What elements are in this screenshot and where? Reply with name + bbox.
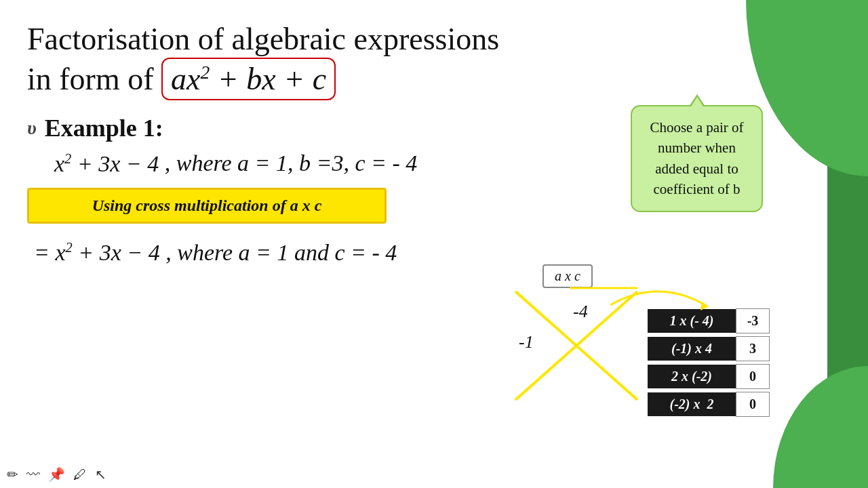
pairs-value-3: 0 <box>736 364 770 389</box>
eraser-icon[interactable]: 🖊 <box>73 467 87 483</box>
wave-icon[interactable]: 〰 <box>26 467 40 483</box>
title-line2-prefix: in form of <box>27 62 161 96</box>
banner-text: Using cross multiplication of a x c <box>92 197 322 214</box>
pairs-label-2: (-1) x 4 <box>648 337 736 361</box>
pin-icon[interactable]: 📌 <box>48 466 65 483</box>
equation-line2: = x2 + 3x − 4 , where a = 1 and c = - 4 <box>27 240 651 266</box>
page-title: Factorisation of algebraic expressions i… <box>27 20 651 100</box>
pairs-row-2: (-1) x 4 3 <box>648 336 770 361</box>
example-label: υ Example 1: <box>27 114 651 142</box>
cross-val-top: -4 <box>573 302 588 322</box>
pairs-value-2: 3 <box>736 336 770 361</box>
title-formula: ax2 + bx + c <box>161 58 336 100</box>
example-heading: Example 1: <box>45 114 163 142</box>
cursor-icon[interactable]: ↖ <box>95 466 106 483</box>
cross-val-left: -1 <box>519 332 534 352</box>
pencil-icon[interactable]: ✏ <box>7 466 18 483</box>
main-content: Factorisation of algebraic expressions i… <box>0 0 678 293</box>
pairs-label-3: 2 x (-2) <box>648 365 736 388</box>
pairs-value-1: -3 <box>736 308 770 333</box>
pairs-value-4: 0 <box>736 392 770 417</box>
speech-bubble: Choose a pair of number when added equal… <box>631 105 763 212</box>
yellow-banner: Using cross multiplication of a x c <box>27 188 387 224</box>
svg-marker-3 <box>701 302 709 310</box>
toolbar: ✏ 〰 📌 🖊 ↖ <box>7 466 106 483</box>
pairs-row-4: (-2) x 2 0 <box>648 392 770 417</box>
arrow-overlay <box>604 278 712 332</box>
equation-line1: x2 + 3x − 4 , where a = 1, b =3, c = - 4 <box>27 150 651 176</box>
pairs-label-4: (-2) x 2 <box>648 392 736 416</box>
bg-green-bottom <box>760 352 868 488</box>
speech-bubble-text: Choose a pair of number when added equal… <box>650 119 743 197</box>
title-line1: Factorisation of algebraic expressions <box>27 22 499 56</box>
pairs-row-3: 2 x (-2) 0 <box>648 364 770 389</box>
bullet-icon: υ <box>27 117 37 139</box>
